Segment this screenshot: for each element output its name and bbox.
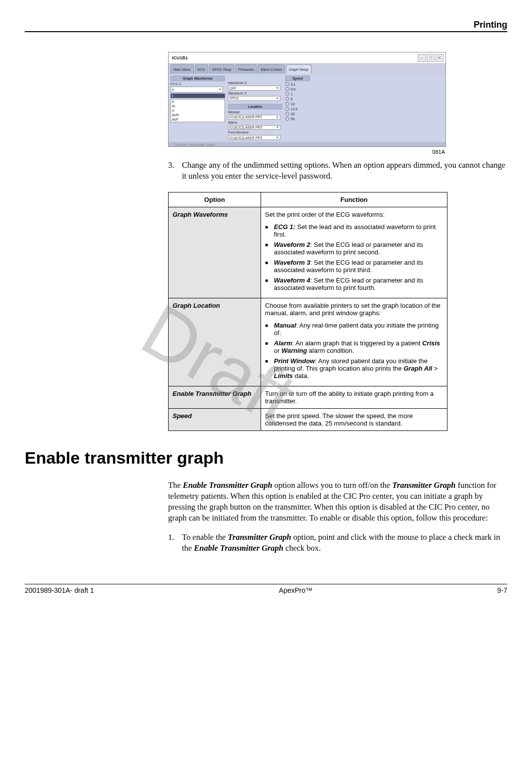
b: Enable Transmitter Graph	[194, 543, 283, 553]
speed-12-5[interactable]: 12.5	[285, 107, 310, 111]
section-heading: Enable transmitter graph	[25, 448, 507, 468]
lead-ii[interactable]: II	[172, 99, 223, 104]
b: Waveform 2	[274, 241, 310, 248]
opt-graph-location: Graph Location	[169, 298, 261, 386]
chevron-down-icon: ▼	[276, 136, 279, 139]
maximize-icon[interactable]: □	[427, 54, 435, 62]
body-paragraph: The Enable Transmitter Graph option allo…	[168, 480, 507, 524]
tab-alarm[interactable]: Alarm Control	[258, 64, 285, 74]
speed-10[interactable]: 10	[285, 102, 310, 106]
page-header: Printing	[25, 20, 507, 32]
lead-iii[interactable]: III	[172, 104, 223, 108]
ecg1-dropdown[interactable]: II▼	[171, 87, 223, 93]
func-graph-location: Choose from available printers to set th…	[261, 298, 447, 386]
t: option allows you to turn off/on the	[272, 480, 393, 490]
th-option: Option	[169, 192, 261, 207]
t: : An alarm graph that is triggered by a …	[292, 339, 422, 347]
w2-label: Waveform 2:	[228, 81, 282, 85]
lead-v[interactable]: V	[172, 108, 223, 113]
func-enable-transmitter: Turn on or turn off the ability to initi…	[261, 386, 447, 408]
t: >	[432, 365, 438, 372]
speed-25[interactable]: 25	[285, 112, 310, 116]
ss-window-title: ICU1B1	[171, 55, 188, 60]
group-speed: Speed	[285, 76, 310, 81]
func-speed: Set the print speed. The slower the spee…	[261, 408, 447, 430]
ss-tabs: Main Menu ECG SPO2/ Resp Pressures Alarm…	[169, 64, 445, 74]
ecg1-value: II	[172, 88, 174, 92]
tab-graph-setup[interactable]: Graph Setup	[286, 64, 311, 74]
embedded-screenshot: ICU1B1 – □ ✕ Main Menu ECG SPO2/ Resp Pr…	[168, 52, 446, 147]
group-location: Location	[228, 104, 282, 109]
image-reference: 081A	[168, 149, 445, 155]
lead-avf[interactable]: AVF	[172, 117, 223, 122]
b: Waveform 3	[274, 259, 310, 266]
group-waveforms: Graph Waveforms	[171, 76, 225, 81]
tab-main[interactable]: Main Menu	[171, 64, 194, 74]
printwin-label: Print Window:	[228, 131, 282, 134]
speed-50[interactable]: 50	[285, 117, 310, 121]
intro-text: Choose from available printers to set th…	[265, 302, 441, 317]
t: alarm condition.	[307, 347, 354, 354]
lead-i[interactable]: I	[171, 94, 225, 98]
step-3: 3. Change any of the undimmed setting op…	[168, 160, 507, 182]
opt-speed: Speed	[169, 408, 261, 430]
alarm-value: ICU|CIC|LASER PRT	[229, 126, 263, 129]
b: Alarm	[274, 339, 292, 347]
waveform3-dropdown[interactable]: SPO2▼	[228, 96, 280, 101]
options-table: Option Function Graph Waveforms Set the …	[168, 192, 447, 431]
printwin-value: ICU|CIC|LASER PRT	[229, 136, 263, 140]
b: Crisis	[422, 339, 440, 347]
t: Set the lead and its associated waveform…	[274, 223, 436, 238]
alarm-label: Alarm:	[228, 121, 282, 124]
th-function: Function	[261, 192, 447, 207]
t: The	[168, 480, 183, 490]
lead-avr[interactable]: AVR	[172, 113, 223, 117]
checkbox-label: Enable Transmitter Graph	[176, 143, 215, 146]
footer-right: 9-7	[497, 586, 507, 594]
func-graph-waveforms: Set the print order of the ECG waveforms…	[261, 207, 447, 298]
tab-spo2[interactable]: SPO2/ Resp	[209, 64, 234, 74]
alarm-dropdown[interactable]: ICU|CIC|LASER PRT▼	[228, 125, 280, 130]
speed-5[interactable]: 5	[285, 97, 310, 101]
header-section: Printing	[474, 20, 507, 30]
close-icon[interactable]: ✕	[436, 54, 443, 62]
step-number: 3.	[168, 160, 182, 182]
chevron-down-icon: ▼	[276, 87, 279, 90]
chevron-down-icon: ▼	[276, 97, 279, 100]
speed-0-1[interactable]: 0.1	[285, 82, 310, 86]
opt-enable-transmitter: Enable Transmitter Graph	[169, 386, 261, 408]
step-text: To enable the Transmitter Graph option, …	[182, 532, 507, 554]
chevron-down-icon: ▼	[276, 126, 279, 129]
printwin-dropdown[interactable]: ICU|CIC|LASER PRT▼	[228, 135, 280, 140]
w3-label: Waveform 3	[228, 92, 282, 95]
b: Print Window	[274, 357, 315, 365]
tab-pressures[interactable]: Pressures	[235, 64, 257, 74]
b: Manual	[274, 322, 296, 329]
manual-value: ICU|CIC|LASER PRT	[229, 115, 263, 119]
ecg1-label: ECG 1:	[171, 82, 225, 86]
footer-center: ApexPro™	[279, 586, 312, 594]
b: ECG 1:	[274, 223, 295, 231]
speed-1[interactable]: 1	[285, 92, 310, 96]
step-text: Change any of the undimmed setting optio…	[182, 160, 507, 182]
b: Transmitter Graph	[392, 480, 455, 490]
step-1: 1. To enable the Transmitter Graph optio…	[168, 532, 507, 554]
chevron-down-icon: ▼	[219, 88, 222, 91]
manual-dropdown[interactable]: ICU|CIC|LASER PRT▼	[228, 115, 280, 120]
intro-text: Set the print order of the ECG waveforms…	[265, 211, 385, 218]
speed-0-5[interactable]: 0.5	[285, 87, 310, 91]
enable-transmitter-checkbox[interactable]: ☐ Enable Transmitter Graph	[169, 142, 445, 148]
waveform2-dropdown[interactable]: OFF▼	[228, 86, 280, 91]
tab-ecg[interactable]: ECG	[195, 64, 208, 74]
t: : Any real-time patient data you initiat…	[274, 322, 439, 336]
w2-value: OFF	[229, 87, 236, 90]
b: Limits	[274, 372, 293, 380]
manual-label: Manual:	[228, 110, 282, 114]
b: Waveform 4	[274, 277, 310, 284]
b: Enable Transmitter Graph	[183, 480, 272, 490]
b: Warning	[281, 347, 307, 354]
t: data.	[293, 372, 309, 380]
footer-left: 2001989-301A- draft 1	[25, 586, 94, 594]
minimize-icon[interactable]: –	[418, 54, 426, 62]
t: To enable the	[182, 532, 228, 542]
